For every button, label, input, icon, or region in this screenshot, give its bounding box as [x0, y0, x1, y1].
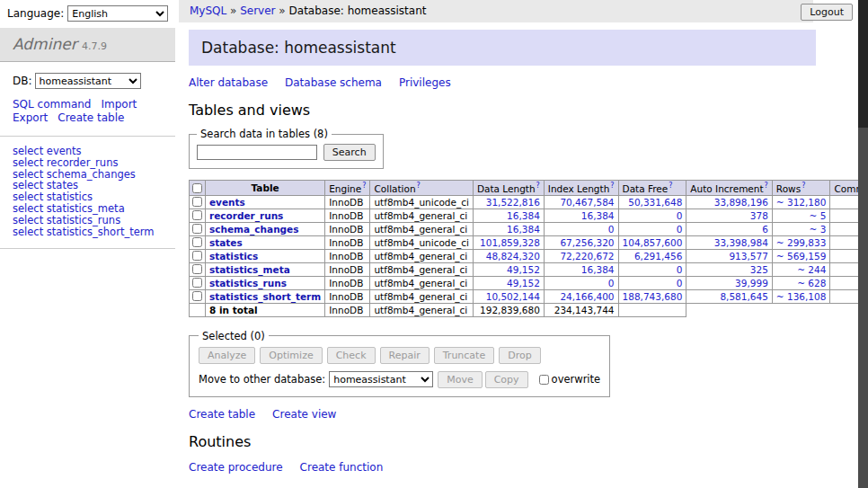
- data-free-link[interactable]: 188,743,680: [623, 291, 683, 302]
- data-free-link[interactable]: 6,291,456: [634, 251, 682, 262]
- truncate-button[interactable]: Truncate: [434, 347, 494, 364]
- index-length-link[interactable]: 67,256,320: [560, 237, 614, 248]
- create-create-view[interactable]: Create view: [272, 408, 336, 421]
- check-button[interactable]: Check: [327, 347, 376, 364]
- sidebar-link-export[interactable]: Export: [13, 111, 48, 124]
- search-input[interactable]: [197, 145, 317, 160]
- row-checkbox[interactable]: [192, 251, 202, 261]
- sidebar-link-sql-command[interactable]: SQL command: [13, 98, 91, 111]
- overwrite-checkbox[interactable]: [539, 375, 549, 385]
- rows-link[interactable]: ~ 299,833: [776, 237, 827, 248]
- data-length-link[interactable]: 16,384: [507, 224, 540, 235]
- repair-button[interactable]: Repair: [380, 347, 430, 364]
- sidebar-link-import[interactable]: Import: [101, 98, 137, 111]
- data-length-link[interactable]: 49,152: [507, 278, 540, 288]
- rows-link[interactable]: ~ 628: [797, 278, 826, 288]
- index-length-link[interactable]: 0: [608, 224, 615, 235]
- select-all-checkbox[interactable]: [192, 183, 202, 193]
- data-free-link[interactable]: 0: [677, 264, 683, 275]
- data-length-link[interactable]: 10,502,144: [486, 291, 540, 302]
- totals-label: 8 in total: [206, 303, 325, 316]
- auto-increment-link[interactable]: 33,398,984: [714, 237, 768, 248]
- index-length-link[interactable]: 0: [608, 278, 615, 288]
- help-link[interactable]: ?: [417, 182, 421, 190]
- table-name-link[interactable]: statistics_short_term: [209, 291, 321, 302]
- auto-increment-link[interactable]: 913,577: [729, 251, 767, 262]
- row-checkbox[interactable]: [192, 264, 202, 274]
- table-name-link[interactable]: statistics_runs: [209, 278, 287, 288]
- auto-increment-link[interactable]: 33,898,196: [714, 197, 768, 208]
- row-checkbox[interactable]: [192, 224, 202, 234]
- data-free-link[interactable]: 50,331,648: [628, 197, 682, 208]
- row-checkbox[interactable]: [192, 278, 202, 288]
- scrollbar-thumb[interactable]: [858, 0, 868, 128]
- routine-create-function[interactable]: Create function: [300, 461, 384, 474]
- auto-increment-link[interactable]: 8,581,645: [720, 291, 767, 302]
- data-length-link[interactable]: 49,152: [507, 264, 540, 275]
- totals-collation: utf8mb4_general_ci: [370, 303, 473, 316]
- help-link[interactable]: ?: [765, 182, 768, 190]
- breadcrumb-link-server[interactable]: Server: [240, 4, 275, 17]
- index-length-link[interactable]: 16,384: [581, 210, 615, 221]
- move-db-select[interactable]: homeassistant: [329, 371, 433, 387]
- sidebar-link-create-table[interactable]: Create table: [58, 111, 124, 124]
- language-select[interactable]: English: [67, 5, 168, 22]
- row-checkbox[interactable]: [192, 291, 202, 301]
- row-checkbox[interactable]: [192, 210, 202, 220]
- help-link[interactable]: ?: [610, 182, 614, 190]
- rows-link[interactable]: ~ 5: [810, 210, 827, 221]
- rows-link[interactable]: ~ 3: [810, 224, 827, 235]
- row-checkbox[interactable]: [192, 197, 202, 207]
- create-create-table[interactable]: Create table: [189, 408, 255, 421]
- create-links: Create tableCreate view: [189, 408, 816, 421]
- data-length-link[interactable]: 16,384: [507, 210, 540, 221]
- move-button[interactable]: Move: [438, 371, 483, 388]
- action-database-schema[interactable]: Database schema: [285, 76, 382, 89]
- db-select[interactable]: homeassistant: [35, 73, 141, 89]
- logout-button[interactable]: Logout: [801, 4, 853, 21]
- analyze-button[interactable]: Analyze: [199, 347, 255, 364]
- data-free-link[interactable]: 0: [677, 224, 683, 235]
- vertical-scrollbar[interactable]: [858, 0, 868, 488]
- sidebar-table-link-statistics-short-term[interactable]: statistics_short_term: [47, 226, 155, 238]
- help-link[interactable]: ?: [362, 182, 366, 190]
- table-name-link[interactable]: events: [209, 197, 245, 208]
- action-privileges[interactable]: Privileges: [399, 76, 451, 89]
- row-checkbox[interactable]: [192, 237, 202, 247]
- copy-button[interactable]: Copy: [485, 371, 528, 388]
- drop-button[interactable]: Drop: [499, 347, 540, 364]
- rows-link[interactable]: ~ 244: [797, 264, 826, 275]
- rows-link[interactable]: ~ 136,108: [776, 291, 827, 302]
- move-label: Move to other database:: [199, 373, 325, 386]
- index-length-link[interactable]: 72,220,672: [560, 251, 614, 262]
- data-free-link[interactable]: 0: [677, 278, 683, 288]
- help-link[interactable]: ?: [536, 182, 540, 190]
- table-name-link[interactable]: statistics_meta: [209, 264, 290, 275]
- data-length-link[interactable]: 31,522,816: [486, 197, 540, 208]
- search-button[interactable]: Search: [323, 144, 376, 161]
- routine-create-procedure[interactable]: Create procedure: [189, 461, 283, 474]
- table-name-link[interactable]: schema_changes: [209, 224, 299, 235]
- auto-increment-link[interactable]: 39,999: [735, 278, 768, 288]
- action-alter-database[interactable]: Alter database: [189, 76, 268, 89]
- index-length-link[interactable]: 16,384: [581, 264, 615, 275]
- optimize-button[interactable]: Optimize: [260, 347, 322, 364]
- rows-link[interactable]: ~ 312,180: [776, 197, 827, 208]
- auto-increment-link[interactable]: 325: [750, 264, 768, 275]
- data-length-link[interactable]: 48,824,320: [486, 251, 540, 262]
- rows-link[interactable]: ~ 569,159: [776, 251, 827, 262]
- table-name-link[interactable]: states: [209, 237, 243, 248]
- data-free-link[interactable]: 0: [677, 210, 683, 221]
- data-length-link[interactable]: 101,859,328: [480, 237, 540, 248]
- breadcrumb-link-mysql[interactable]: MySQL: [190, 4, 226, 17]
- select-link-statistics-short-term[interactable]: select: [13, 226, 43, 238]
- data-free-link[interactable]: 104,857,600: [623, 237, 683, 248]
- table-name-link[interactable]: recorder_runs: [209, 210, 283, 221]
- help-link[interactable]: ?: [669, 182, 672, 190]
- table-name-link[interactable]: statistics: [209, 251, 258, 262]
- auto-increment-link[interactable]: 378: [750, 210, 768, 221]
- index-length-link[interactable]: 24,166,400: [560, 291, 614, 302]
- index-length-link[interactable]: 70,467,584: [560, 197, 614, 208]
- auto-increment-link[interactable]: 6: [762, 224, 768, 235]
- help-link[interactable]: ?: [802, 182, 805, 190]
